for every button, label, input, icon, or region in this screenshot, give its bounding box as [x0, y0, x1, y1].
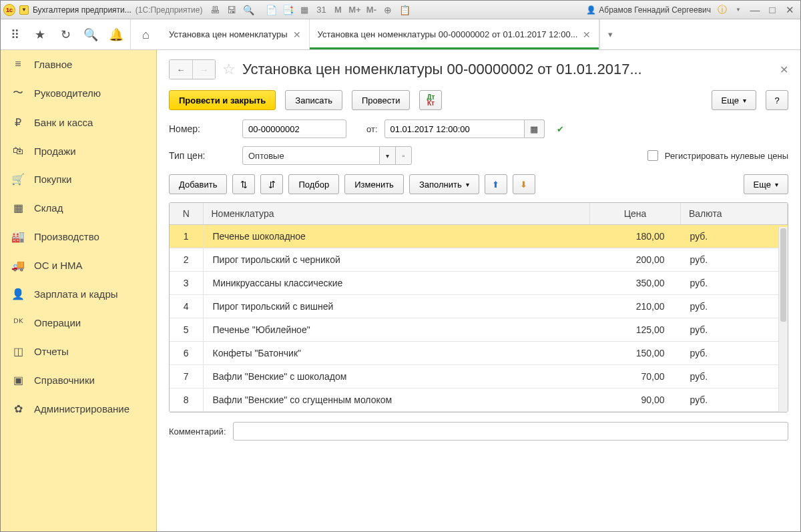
clipboard-icon[interactable]: 📋: [397, 3, 412, 17]
register-zero-label: Регистрировать нулевые цены: [665, 151, 788, 161]
chart-icon: 〜: [11, 86, 25, 100]
app-menu-dropdown[interactable]: ▼: [19, 5, 29, 15]
change-button[interactable]: Изменить: [344, 174, 404, 194]
info-icon[interactable]: ⓘ: [715, 3, 730, 17]
sidebar-item-purchases[interactable]: 🛒Покупки: [1, 165, 156, 194]
sidebar-item-label: Зарплата и кадры: [34, 288, 118, 300]
sidebar-item-assets[interactable]: 🚚ОС и НМА: [1, 251, 156, 280]
memory-m-icon[interactable]: M: [330, 3, 345, 17]
table-row[interactable]: 3 Миникруассаны классические 350,00 руб.: [170, 272, 788, 295]
favorite-star-icon[interactable]: ☆: [222, 61, 236, 78]
memory-mplus-icon[interactable]: M+: [347, 3, 362, 17]
preview-icon[interactable]: 🔍: [241, 3, 256, 17]
tab-close-icon[interactable]: ✕: [293, 29, 301, 40]
favorites-icon[interactable]: ★: [27, 19, 53, 50]
cell-name: Конфеты "Батончик": [203, 342, 590, 365]
sidebar-item-sales[interactable]: 🛍Продажи: [1, 137, 156, 165]
sidebar-item-production[interactable]: 🏭Производство: [1, 222, 156, 251]
calendar-picker-icon[interactable]: ▦: [525, 119, 545, 138]
document-close-icon[interactable]: ✕: [780, 63, 788, 76]
cell-n: 2: [170, 248, 203, 272]
notifications-icon[interactable]: 🔔: [103, 19, 129, 50]
select-dropdown-icon[interactable]: ▾: [380, 146, 396, 165]
tab-price-doc[interactable]: Установка цен номенклатуры 00-00000002 о…: [310, 19, 600, 49]
maximize-button[interactable]: □: [764, 3, 780, 17]
write-button[interactable]: Записать: [285, 90, 342, 110]
tab-price-list[interactable]: Установка цен номенклатуры ✕: [161, 19, 310, 49]
bag-icon: 🛍: [11, 145, 25, 157]
date-from-label: от:: [366, 124, 378, 134]
calendar31-icon[interactable]: 31: [314, 3, 328, 17]
sidebar-item-catalogs[interactable]: ▣Справочники: [1, 366, 156, 394]
history-icon[interactable]: ↻: [53, 19, 78, 50]
doc-copy-icon[interactable]: 📑: [280, 3, 295, 17]
sidebar-item-operations[interactable]: ᴰᴷОперации: [1, 308, 156, 337]
add-button[interactable]: Добавить: [169, 174, 227, 194]
post-and-close-button[interactable]: Провести и закрыть: [169, 90, 276, 110]
items-table: N Номенклатура Цена Валюта 1 Печенье шок…: [169, 202, 788, 413]
apps-icon[interactable]: ⠿: [2, 19, 27, 50]
sidebar-item-bank[interactable]: ₽Банк и касса: [1, 108, 156, 137]
sidebar-item-admin[interactable]: ✿Администрирование: [1, 394, 156, 423]
col-currency[interactable]: Валюта: [681, 203, 788, 225]
sidebar-item-manager[interactable]: 〜Руководителю: [1, 78, 156, 108]
table-row[interactable]: 2 Пирог тирольский с черникой 200,00 руб…: [170, 248, 788, 272]
table-row[interactable]: 1 Печенье шоколадное 180,00 руб.: [170, 225, 788, 248]
sidebar-item-warehouse[interactable]: ▦Склад: [1, 194, 156, 222]
table-row[interactable]: 7 Вафли "Венские" с шоколадом 70,00 руб.: [170, 365, 788, 388]
info-drop-icon[interactable]: ▼: [731, 3, 746, 17]
move-down-button[interactable]: ⬇: [513, 174, 535, 194]
nav-back-button[interactable]: ←: [170, 60, 192, 79]
menu-icon: ≡: [11, 58, 25, 70]
comment-input[interactable]: [233, 422, 789, 441]
sidebar-item-reports[interactable]: ◫Отчеты: [1, 337, 156, 366]
cell-n: 1: [170, 225, 203, 248]
table-scrollbar[interactable]: [778, 227, 788, 412]
cell-currency: руб.: [681, 295, 788, 318]
cell-currency: руб.: [681, 365, 788, 388]
col-n[interactable]: N: [170, 203, 203, 225]
nav-forward-button[interactable]: →: [192, 60, 215, 79]
table-row[interactable]: 4 Пирог тирольский с вишней 210,00 руб.: [170, 295, 788, 318]
dtkt-button[interactable]: ДтКт: [419, 90, 442, 110]
cell-name: Печенье шоколадное: [203, 225, 590, 248]
scroll-thumb[interactable]: [780, 228, 786, 322]
main-content: ← → ☆ Установка цен номенклатуры 00-0000…: [157, 50, 800, 531]
sidebar-item-payroll[interactable]: 👤Зарплата и кадры: [1, 280, 156, 308]
help-button[interactable]: ?: [766, 90, 788, 110]
date-input[interactable]: [384, 119, 525, 138]
tab-close-icon[interactable]: ✕: [583, 29, 591, 40]
col-name[interactable]: Номенклатура: [203, 203, 590, 225]
sidebar-item-main[interactable]: ≡Главное: [1, 50, 156, 78]
col-price[interactable]: Цена: [590, 203, 681, 225]
pick-button[interactable]: Подбор: [288, 174, 339, 194]
memory-mminus-icon[interactable]: M-: [364, 3, 378, 17]
search-icon[interactable]: 🔍: [78, 19, 103, 50]
table-row[interactable]: 8 Вафли "Венские" со сгущенным молоком 9…: [170, 388, 788, 412]
cell-currency: руб.: [681, 248, 788, 272]
table-more-button[interactable]: Еще ▾: [744, 174, 788, 194]
select-open-icon[interactable]: ▫: [396, 146, 412, 165]
print-icon[interactable]: 🖶: [208, 3, 222, 17]
calendar-icon[interactable]: ▦: [297, 3, 312, 17]
save-icon[interactable]: 🖫: [224, 3, 239, 17]
home-button[interactable]: ⌂: [130, 19, 161, 50]
table-row[interactable]: 5 Печенье "Юбилейное" 125,00 руб.: [170, 318, 788, 342]
number-input[interactable]: [242, 119, 346, 138]
doc-print-icon[interactable]: 📄: [264, 3, 278, 17]
minimize-button[interactable]: —: [747, 3, 763, 17]
register-zero-checkbox[interactable]: [647, 150, 658, 161]
fill-button[interactable]: Заполнить ▾: [409, 174, 479, 194]
pricetype-select[interactable]: Оптовые: [242, 146, 380, 165]
sort-desc-button[interactable]: ⇵: [260, 174, 283, 194]
move-up-button[interactable]: ⬆: [485, 174, 507, 194]
current-user[interactable]: 👤 Абрамов Геннадий Сергеевич: [586, 5, 711, 15]
cell-name: Печенье "Юбилейное": [203, 318, 590, 342]
zoom-icon[interactable]: ⊕: [380, 3, 395, 17]
tabs-more-icon[interactable]: ▾: [599, 19, 621, 49]
table-row[interactable]: 6 Конфеты "Батончик" 150,00 руб.: [170, 342, 788, 365]
sort-asc-button[interactable]: ⇅: [232, 174, 255, 194]
close-button[interactable]: ✕: [782, 3, 798, 17]
post-button[interactable]: Провести: [352, 90, 411, 110]
more-button[interactable]: Еще ▾: [712, 90, 756, 110]
